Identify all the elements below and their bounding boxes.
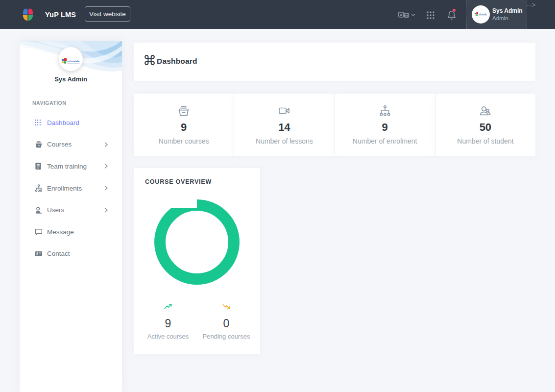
- chevron-right-icon: [104, 186, 109, 191]
- page-header-card: Dashboard: [134, 43, 535, 81]
- schneide-logo-text: schneide: [67, 59, 80, 62]
- user-menu[interactable]: schneide Sys Admin Admin: [466, 0, 527, 29]
- pending-courses-label: Pending courses: [194, 333, 258, 340]
- sidebar-item-users[interactable]: Users: [20, 199, 122, 221]
- sidebar-item-label: Dashboard: [47, 119, 79, 126]
- stat-card-students: 50 Number of student: [435, 94, 535, 156]
- schneide-logo: schneide: [475, 12, 487, 17]
- sitemap-icon: [35, 184, 43, 192]
- sidebar-item-courses[interactable]: Courses: [20, 134, 122, 156]
- comment-artifact-text: -->: [527, 1, 536, 9]
- stat-card-lessons: 14 Number of lessons: [234, 94, 335, 156]
- active-courses-stat: 9 Active courses: [136, 303, 200, 340]
- sidebar-item-label: Contact: [47, 250, 70, 257]
- grid-dots-icon: [35, 119, 43, 126]
- sidebar-item-team-training[interactable]: Team training: [20, 155, 122, 177]
- svg-text:A: A: [400, 13, 403, 17]
- yup-logo-icon: [22, 8, 34, 21]
- sidebar-item-label: Team training: [47, 163, 87, 170]
- stat-value: 50: [435, 121, 535, 134]
- chevron-right-icon: [104, 142, 109, 147]
- sidebar-avatar[interactable]: schneide: [59, 47, 83, 71]
- visit-website-button[interactable]: Visit website: [85, 6, 130, 22]
- chat-icon: [35, 228, 43, 236]
- command-icon: [144, 54, 156, 66]
- stat-value: 9: [134, 121, 234, 134]
- sidebar-item-label: Enrollments: [47, 185, 82, 192]
- sidebar-item-dashboard[interactable]: Dashboard: [20, 112, 122, 134]
- chevron-down-icon: [412, 14, 415, 16]
- stat-value: 14: [234, 121, 334, 134]
- sidebar: schneide Sys Admin NAVIGATION Dashboard: [20, 41, 122, 392]
- stat-card-enrolment: 9 Number of enrolment: [335, 94, 435, 156]
- course-overview-donut-chart: [134, 168, 260, 305]
- top-navbar: YuP LMS Visit website A 文: [0, 0, 555, 29]
- chevron-right-icon: [104, 208, 109, 213]
- courses-tray-icon: [35, 141, 43, 148]
- trend-down-icon: [194, 303, 258, 310]
- page-title: Dashboard: [157, 57, 197, 66]
- pending-courses-stat: 0 Pending courses: [194, 303, 258, 340]
- stat-value: 9: [335, 121, 435, 134]
- sidebar-item-label: Message: [47, 228, 74, 236]
- svg-text:文: 文: [404, 13, 409, 18]
- courses-tray-icon: [134, 105, 234, 117]
- people-icon: [435, 105, 535, 117]
- schneide-logo: schneide: [62, 58, 80, 65]
- journal-icon: [35, 162, 43, 170]
- sidebar-profile-name: Sys Admin: [20, 75, 122, 83]
- sidebar-menu: Dashboard Courses: [20, 112, 122, 265]
- sidebar-item-contact[interactable]: Contact: [20, 243, 122, 265]
- language-selector[interactable]: A 文: [398, 11, 416, 19]
- stats-row: 9 Number courses 14 Number of lessons: [134, 94, 535, 156]
- sitemap-icon: [335, 105, 435, 117]
- stat-label: Number courses: [134, 137, 234, 145]
- stat-label: Number of student: [435, 137, 535, 145]
- brand-title[interactable]: YuP LMS: [45, 11, 76, 19]
- user-role: Admin: [492, 16, 523, 22]
- sidebar-item-message[interactable]: Message: [20, 221, 122, 243]
- translate-icon: A 文: [398, 11, 416, 19]
- contact-card-icon: [35, 250, 43, 258]
- notifications-button[interactable]: [447, 10, 457, 22]
- navigation-section-label: NAVIGATION: [32, 100, 66, 106]
- stat-label: Number of enrolment: [335, 137, 435, 145]
- active-courses-value: 9: [136, 317, 200, 330]
- user-avatar: schneide: [472, 5, 490, 24]
- user-name: Sys Admin: [492, 8, 523, 14]
- chevron-right-icon: [104, 164, 109, 169]
- brand-logo[interactable]: [22, 8, 34, 21]
- active-courses-label: Active courses: [136, 333, 200, 340]
- stat-card-courses: 9 Number courses: [134, 94, 234, 156]
- pending-courses-value: 0: [194, 317, 258, 330]
- course-overview-card: COURSE OVERVIEW 9 Active courses: [134, 168, 260, 354]
- sidebar-item-label: Users: [47, 206, 64, 214]
- sidebar-item-label: Courses: [47, 141, 72, 148]
- sidebar-item-enrollments[interactable]: Enrollments: [20, 177, 122, 199]
- stat-label: Number of lessons: [234, 137, 334, 145]
- video-icon: [234, 105, 334, 117]
- schneide-logo-text: schneide: [478, 13, 487, 15]
- person-icon: [35, 206, 43, 214]
- notification-dot: [452, 8, 456, 12]
- trend-up-icon: [136, 303, 200, 310]
- apps-grid-button[interactable]: [426, 11, 435, 20]
- grid-menu-icon: [426, 11, 435, 20]
